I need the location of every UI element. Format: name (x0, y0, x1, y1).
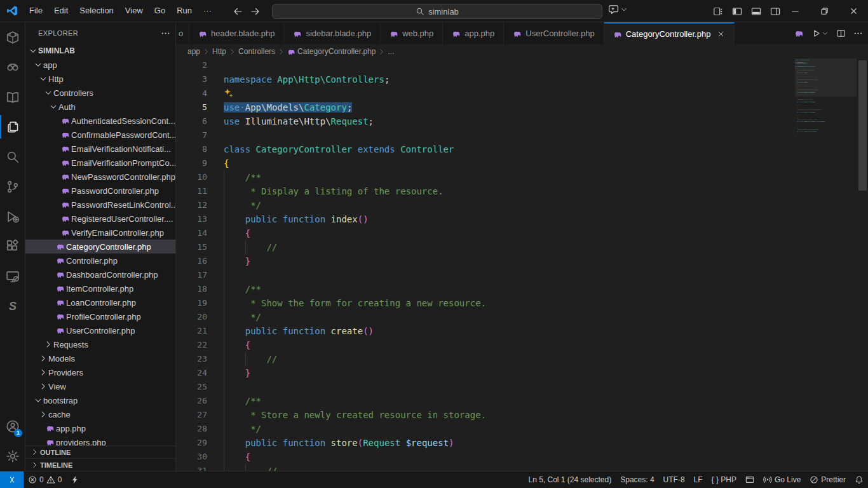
problems-status[interactable]: 0 0 (24, 471, 66, 488)
menu-edit[interactable]: Edit (48, 0, 74, 22)
close-window-button[interactable] (839, 0, 868, 22)
code-line-9[interactable]: 9{ (176, 156, 868, 170)
tree-item-profilecontroller-php[interactable]: ProfileController.php (25, 309, 175, 323)
breadcrumb-item[interactable]: CategoryController.php (297, 47, 376, 56)
tree-item-newpasswordcontroller-php[interactable]: NewPasswordController.php (25, 170, 175, 184)
copilot-sparkle-icon[interactable] (223, 88, 234, 99)
forward-icon[interactable] (250, 6, 261, 17)
vertical-scrollbar[interactable] (858, 60, 867, 191)
explorer-icon[interactable] (0, 112, 25, 142)
menu-more[interactable]: ··· (198, 0, 217, 22)
prettier[interactable]: Prettier (805, 471, 850, 488)
s-extension-icon[interactable]: S (0, 291, 25, 321)
tree-item-dashboardcontroller-php[interactable]: DashboardController.php (25, 268, 175, 281)
source-control-icon[interactable] (0, 172, 25, 201)
tree-item-emailverificationnotificati---[interactable]: EmailVerificationNotificati... (25, 142, 175, 156)
code-line-10[interactable]: 10 /** (176, 170, 868, 184)
code-line-29[interactable]: 29 public function store(Request $reques… (176, 436, 868, 450)
section-timeline[interactable]: TIMELINE (25, 458, 175, 471)
code-line-15[interactable]: 15 // (176, 240, 868, 254)
code-line-8[interactable]: 8class CategoryController extends Contro… (176, 142, 868, 156)
accounts-icon[interactable]: 1 (0, 411, 25, 441)
code-line-23[interactable]: 23 // (176, 352, 868, 366)
tree-item-app-php[interactable]: app.php (25, 421, 175, 435)
tree-item-emailverificationpromptco---[interactable]: EmailVerificationPromptCo... (25, 156, 175, 170)
tree-item-controller-php[interactable]: Controller.php (25, 254, 175, 268)
code-line-14[interactable]: 14 { (176, 226, 868, 240)
tab-categorycontroller-php[interactable]: CategoryController.php (604, 22, 735, 44)
restore-button[interactable] (810, 0, 839, 22)
tree-item-registeredusercontroller----[interactable]: RegisteredUserController.... (25, 212, 175, 226)
more-actions-icon[interactable] (853, 29, 863, 38)
cursor-position[interactable]: Ln 5, Col 1 (24 selected) (524, 471, 616, 488)
copilot-button[interactable] (608, 4, 628, 15)
tree-item-siminlab[interactable]: SIMINLAB (25, 44, 175, 58)
code-line-5[interactable]: 5use·App\Models\Category; (176, 100, 868, 114)
indentation[interactable]: Spaces: 4 (616, 471, 658, 488)
breadcrumb-item[interactable]: app (187, 47, 200, 56)
tree-item-itemcontroller-php[interactable]: ItemController.php (25, 281, 175, 295)
book-icon[interactable] (0, 82, 25, 112)
tree-item-controllers[interactable]: Controllers (25, 86, 175, 100)
tree-item-usercontroller-php[interactable]: UserController.php (25, 323, 175, 337)
container-tools-icon[interactable] (0, 22, 25, 52)
code-line-28[interactable]: 28 */ (176, 422, 868, 436)
code-line-21[interactable]: 21 public function create() (176, 324, 868, 338)
tab-header-blade-php[interactable]: header.blade.php (189, 22, 284, 44)
tree-item-loancontroller-php[interactable]: LoanController.php (25, 295, 175, 309)
breadcrumb-item[interactable]: ... (388, 47, 394, 56)
code-line-27[interactable]: 27 * Store a newly created resource in s… (176, 408, 868, 422)
breadcrumb-item[interactable]: Controllers (238, 47, 275, 56)
tree-item-requests[interactable]: Requests (25, 337, 175, 351)
tab-web-php[interactable]: web.php (381, 22, 443, 44)
live-preview-icon[interactable] (0, 261, 25, 291)
language-mode[interactable]: { } PHP (707, 471, 741, 488)
tree-item-cache[interactable]: cache (25, 407, 175, 421)
run-button[interactable] (811, 29, 829, 38)
code-line-25[interactable]: 25 (176, 380, 868, 394)
code-line-30[interactable]: 30 { (176, 450, 868, 464)
settings-gear-icon[interactable] (0, 441, 25, 471)
search-icon[interactable] (0, 142, 25, 172)
code-editor[interactable]: 23namespace App\Http\Controllers;45use·A… (176, 58, 868, 471)
tree-item-passwordcontroller-php[interactable]: PasswordController.php (25, 184, 175, 198)
run-debug-icon[interactable] (0, 201, 25, 231)
toggle-sidebar-icon[interactable] (732, 6, 742, 17)
ports-status[interactable] (66, 471, 84, 488)
tree-item-categorycontroller-php[interactable]: CategoryController.php (25, 240, 175, 254)
eol[interactable]: LF (689, 471, 707, 488)
copilot-icon[interactable] (0, 52, 25, 82)
tree-item-models[interactable]: Models (25, 351, 175, 365)
code-line-3[interactable]: 3namespace App\Http\Controllers; (176, 72, 868, 86)
code-line-12[interactable]: 12 */ (176, 198, 868, 212)
section-outline[interactable]: OUTLINE (25, 445, 175, 458)
breadcrumb-item[interactable]: Http (212, 47, 226, 56)
close-tab-icon[interactable] (717, 30, 725, 38)
tab-sidebar-blade-php[interactable]: sidebar.blade.php (284, 22, 381, 44)
code-line-19[interactable]: 19 * Show the form for creating a new re… (176, 296, 868, 310)
browser-preview[interactable] (741, 471, 759, 488)
tree-item-verifyemailcontroller-php[interactable]: VerifyEmailController.php (25, 226, 175, 240)
tree-item-bootstrap[interactable]: bootstrap (25, 393, 175, 407)
menu-selection[interactable]: Selection (74, 0, 119, 22)
remote-indicator[interactable] (0, 471, 24, 488)
split-editor-icon[interactable] (836, 29, 846, 38)
tab-app-php[interactable]: app.php (443, 22, 504, 44)
tree-item-providers-php[interactable]: providers.php (25, 435, 175, 445)
tree-item-view[interactable]: View (25, 379, 175, 393)
code-line-13[interactable]: 13 public function index() (176, 212, 868, 226)
tree-item-passwordresetlinkcontrol---[interactable]: PasswordResetLinkControl... (25, 198, 175, 212)
code-line-2[interactable]: 2 (176, 58, 868, 72)
code-line-4[interactable]: 4 (176, 86, 868, 100)
explorer-more-actions-icon[interactable] (161, 29, 170, 38)
toggle-secondary-sidebar-icon[interactable] (770, 6, 780, 17)
code-line-7[interactable]: 7 (176, 128, 868, 142)
code-line-16[interactable]: 16 } (176, 254, 868, 268)
encoding[interactable]: UTF-8 (659, 471, 689, 488)
tree-item-app[interactable]: app (25, 58, 175, 72)
minimize-button[interactable] (780, 0, 810, 22)
tab-usercontroller-php[interactable]: UserController.php (504, 22, 604, 44)
customize-layout-icon[interactable] (713, 6, 723, 17)
tree-item-auth[interactable]: Auth (25, 100, 175, 114)
code-line-11[interactable]: 11 * Display a listing of the resource. (176, 184, 868, 198)
